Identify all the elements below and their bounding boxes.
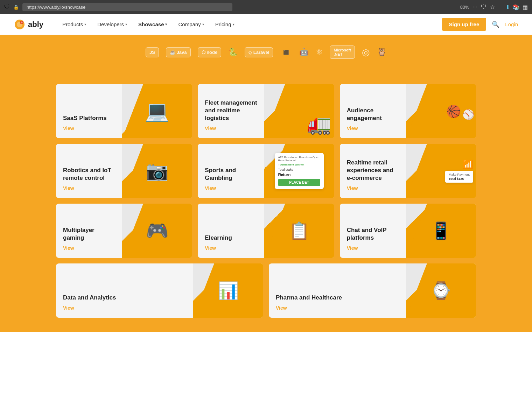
card-retail-title: Realtime retail experiences and e-commer… (347, 159, 399, 182)
card-fleet-view[interactable]: View (205, 126, 257, 131)
signup-button[interactable]: Sign up free (442, 18, 486, 31)
card-retail-image: 📶 Make Payment Total $125 (406, 144, 476, 198)
star-icon[interactable]: ☆ (490, 4, 495, 10)
card-elearning-view[interactable]: View (205, 245, 257, 251)
card-data-content: Data and Analytics View (56, 263, 193, 318)
card-sports-image: ATP Barcelona · Barcelona Open Banc Saba… (264, 144, 334, 198)
more-icon[interactable]: ··· (473, 4, 477, 10)
card-pharma-image: ⌚ (406, 263, 476, 318)
shield-icon: 🛡 (4, 4, 10, 10)
card-audience-image: 🏀 ⚾ (406, 84, 476, 138)
nav-actions: Sign up free 🔍 Login (442, 18, 518, 31)
card-chat: Chat and VoIP platforms View 📱 (340, 204, 476, 258)
card-robotics-content: Robotics and IoT remote control View (56, 144, 122, 198)
card-elearning-title: Elearning (205, 234, 257, 242)
chevron-down-icon: ▾ (165, 22, 167, 26)
phone-icon: 📱 (430, 221, 451, 241)
lock-icon: 🔒 (13, 5, 19, 10)
betting-return: Return (278, 172, 320, 177)
card-data: Data and Analytics View 📊 (56, 263, 263, 318)
tech-android: 🤖 (299, 48, 309, 57)
card-gaming-image: 🎮 (122, 204, 192, 258)
zoom-level: 80% (460, 5, 469, 10)
card-data-title: Data and Analytics (63, 294, 186, 302)
tech-laravel: ◇ Laravel (245, 47, 273, 57)
nav-company[interactable]: Company ▾ (173, 19, 209, 30)
nav-developers-label: Developers (97, 21, 124, 27)
logo-text: ably (28, 20, 43, 29)
logo-link[interactable]: ably (14, 19, 43, 30)
card-gaming-title: Multiplayer gaming (63, 226, 115, 242)
retail-mockup: 📶 Make Payment Total $125 (406, 157, 476, 185)
tablet-icon: 📋 (289, 221, 310, 241)
card-fleet-image: 🚛 (264, 84, 334, 138)
tech-swift: ◾ (280, 47, 292, 58)
card-elearning-content: Elearning View (198, 204, 264, 258)
cards-section: SaaS Platforms View 💻 Fleet management a… (0, 77, 532, 332)
nav-developers[interactable]: Developers ▾ (92, 19, 132, 30)
card-audience-view[interactable]: View (347, 126, 399, 131)
card-robotics-image: 📷 (122, 144, 192, 198)
card-elearning: Elearning View 📋 (198, 204, 334, 258)
card-gaming: Multiplayer gaming View 🎮 (56, 204, 192, 258)
tech-node: ⬡ node (198, 47, 222, 57)
card-sports-content: Sports and Gambling View (198, 144, 264, 198)
card-elearning-image: 📋 (264, 204, 334, 258)
search-icon[interactable]: 🔍 (492, 21, 499, 28)
card-robotics-title: Robotics and IoT remote control (63, 167, 115, 182)
browser-chrome: 🛡 🔒 https://www.ably.io/showcase 80% ···… (0, 0, 532, 14)
card-saas: SaaS Platforms View 💻 (56, 84, 192, 138)
logo-icon (14, 19, 25, 30)
card-gaming-view[interactable]: View (63, 245, 115, 251)
nav-showcase[interactable]: Showcase ▾ (133, 19, 172, 30)
make-payment-label: Make Payment (449, 173, 470, 176)
nav-products-label: Products (62, 21, 83, 27)
card-retail-view[interactable]: View (347, 185, 399, 191)
laptop-icon: 💻 (145, 100, 169, 123)
browser-icons: ··· 🛡 ☆ (473, 4, 495, 10)
card-audience-title: Audience engagement (347, 107, 399, 122)
card-pharma-content: Pharma and Healthcare View (269, 263, 406, 318)
ext-icon[interactable]: ▦ (523, 4, 528, 10)
card-robotics-view[interactable]: View (63, 185, 115, 191)
card-data-view[interactable]: View (63, 305, 186, 311)
camera-icon: 📷 (146, 160, 169, 182)
betting-total-row: Total stake (278, 168, 320, 171)
download-icon[interactable]: ⬇ (505, 4, 510, 10)
nfc-icon: 📶 (463, 160, 473, 169)
url-bar[interactable]: https://www.ably.io/showcase (22, 3, 232, 11)
tech-owl: 🦉 (377, 48, 386, 57)
tech-pusher: ◎ (362, 47, 370, 58)
nav-links: Products ▾ Developers ▾ Showcase ▾ Compa… (57, 19, 442, 30)
tech-icons-row: JS ☕ Java ⬡ node 🐍 ◇ Laravel ◾ 🤖 ⚛ Micro… (14, 45, 518, 59)
card-fleet-title: Fleet management and realtime logistics (205, 99, 257, 122)
truck-icon: 🚛 (307, 112, 331, 135)
cards-grid-row2: Robotics and IoT remote control View 📷 S… (56, 144, 476, 198)
total-stake-label: Total stake (278, 168, 293, 171)
card-saas-title: SaaS Platforms (63, 114, 115, 122)
card-sports-view[interactable]: View (205, 185, 257, 191)
place-bet-button[interactable]: PLACE BET (278, 179, 320, 186)
chevron-down-icon: ▾ (125, 22, 127, 26)
nav-pricing-label: Pricing (215, 21, 231, 27)
nav-pricing[interactable]: Pricing ▾ (210, 19, 239, 30)
basketball-icon: 🏀 (446, 104, 461, 118)
bookmarks-icon[interactable]: 📚 (513, 4, 520, 10)
shield-check-icon[interactable]: 🛡 (481, 4, 486, 10)
tech-dotnet: Microsoft.NET (330, 45, 355, 59)
cards-grid-row1: SaaS Platforms View 💻 Fleet management a… (56, 84, 476, 138)
card-saas-view[interactable]: View (63, 126, 115, 131)
card-chat-content: Chat and VoIP platforms View (340, 204, 406, 258)
nav-company-label: Company (178, 21, 201, 27)
nav-products[interactable]: Products ▾ (57, 19, 91, 30)
card-chat-title: Chat and VoIP platforms (347, 226, 399, 242)
card-saas-image: 💻 (122, 84, 192, 138)
card-pharma-title: Pharma and Healthcare (276, 294, 399, 302)
card-fleet-content: Fleet management and realtime logistics … (198, 84, 264, 138)
card-retail: Realtime retail experiences and e-commer… (340, 144, 476, 198)
card-pharma-view[interactable]: View (276, 305, 399, 311)
card-fleet: Fleet management and realtime logistics … (198, 84, 334, 138)
card-chat-view[interactable]: View (347, 245, 399, 251)
login-link[interactable]: Login (505, 21, 518, 27)
tech-react: ⚛ (316, 48, 323, 57)
